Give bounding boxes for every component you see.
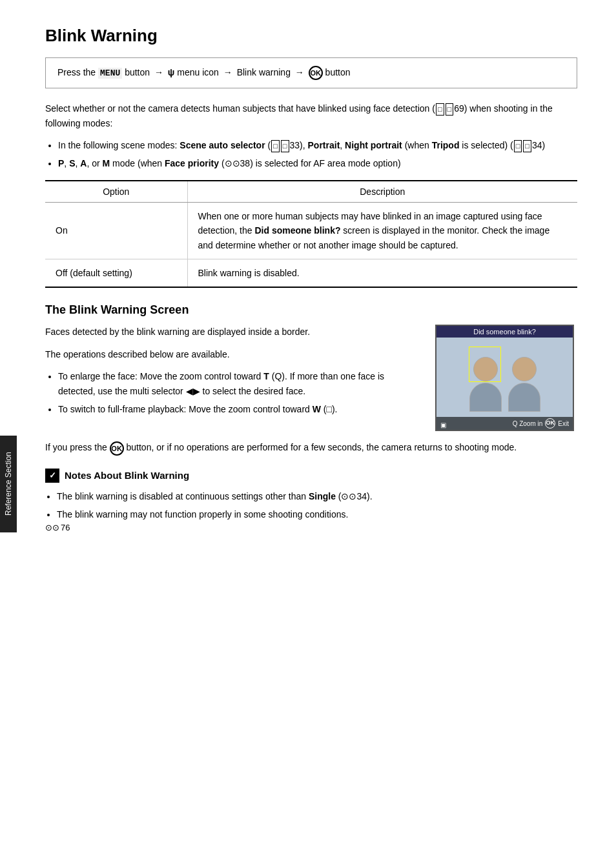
- blink-bullet-1: To enlarge the face: Move the zoom contr…: [58, 369, 422, 398]
- ok-button-icon: OK: [309, 66, 323, 80]
- blink-intro-1: Faces detected by the blink warning are …: [45, 325, 422, 339]
- section-title: The Blink Warning Screen: [45, 303, 577, 317]
- intro-bullet-1: In the following scene modes: Scene auto…: [58, 138, 577, 152]
- table-header-option: Option: [45, 181, 187, 203]
- person-area: [436, 326, 573, 430]
- footer-page-number: 76: [61, 523, 70, 532]
- menu-button-label: MENU: [98, 68, 122, 79]
- description-on: When one or more human subjects may have…: [187, 202, 577, 259]
- blink-bullet-list: To enlarge the face: Move the zoom contr…: [58, 369, 422, 416]
- options-table: Option Description On When one or more h…: [45, 180, 577, 288]
- sidebar-label: Reference Section: [4, 452, 13, 516]
- camera-screen-title: Did someone blink?: [436, 326, 573, 338]
- menu-text: Press the MENU button → ψ menu icon → Bl…: [57, 67, 351, 77]
- focus-box: [469, 347, 501, 382]
- table-row: Off (default setting) Blink warning is d…: [45, 259, 577, 288]
- page-title: Blink Warning: [45, 26, 577, 46]
- exit-label: Exit: [558, 420, 569, 427]
- menu-box: Press the MENU button → ψ menu icon → Bl…: [45, 57, 577, 88]
- camera-screen-mockup: Did someone blink? ▣ Q Zoom in OK: [435, 325, 577, 431]
- ok-button-ref: OK: [110, 441, 124, 456]
- table-header-description: Description: [187, 181, 577, 203]
- notes-section: ✓ Notes About Blink Warning The blink wa…: [45, 469, 577, 522]
- zoom-in-label: Q Zoom in: [513, 420, 543, 427]
- intro-bullet-2: P, S, A, or M mode (when Face priority (…: [58, 156, 577, 170]
- table-row: On When one or more human subjects may h…: [45, 202, 577, 259]
- intro-text: Select whether or not the camera detects…: [45, 101, 577, 130]
- sidebar: Reference Section: [0, 436, 17, 532]
- blink-bullet-2: To switch to full-frame playback: Move t…: [58, 402, 422, 416]
- blink-outro: If you press the OK button, or if no ope…: [45, 440, 577, 455]
- camera-display: Did someone blink? ▣ Q Zoom in OK: [435, 325, 574, 431]
- person-head-right: [512, 357, 537, 381]
- page-footer: ⊙⊙ 76: [45, 523, 70, 532]
- notes-bullet-1: The blink warning is disabled at continu…: [57, 489, 577, 503]
- option-off: Off (default setting): [45, 259, 187, 288]
- camera-bottom-bar: ▣ Q Zoom in OK Exit: [436, 417, 573, 430]
- description-off: Blink warning is disabled.: [187, 259, 577, 288]
- intro-bullet-list: In the following scene modes: Scene auto…: [58, 138, 577, 171]
- person-right: [508, 357, 540, 412]
- blink-intro-2: The operations described below are avail…: [45, 347, 422, 361]
- notes-list: The blink warning is disabled at continu…: [57, 489, 577, 522]
- option-on: On: [45, 202, 187, 259]
- blink-screen-section: Faces detected by the blink warning are …: [45, 325, 577, 431]
- thumbnail-icon: ▣: [440, 421, 446, 429]
- blink-screen-text: Faces detected by the blink warning are …: [45, 325, 422, 431]
- ok-exit-icon: OK: [545, 418, 555, 429]
- person-body-left: [469, 383, 502, 412]
- footer-icon: ⊙⊙: [45, 523, 59, 532]
- notes-icon: ✓: [45, 469, 59, 483]
- notes-bullet-2: The blink warning may not function prope…: [57, 507, 577, 521]
- person-body-right: [508, 383, 540, 412]
- notes-header: ✓ Notes About Blink Warning: [45, 469, 577, 483]
- notes-title: Notes About Blink Warning: [65, 470, 189, 481]
